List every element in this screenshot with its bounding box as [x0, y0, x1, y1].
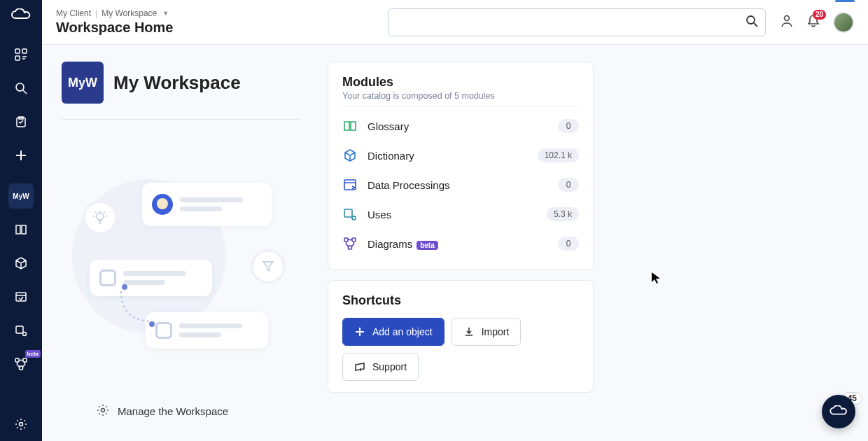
- workspace-badge: MyW: [62, 62, 104, 104]
- svg-point-13: [785, 15, 790, 20]
- nav-uses[interactable]: [8, 318, 34, 343]
- svg-rect-17: [344, 209, 352, 217]
- nav-dashboard[interactable]: [8, 42, 34, 67]
- workspace-name: My Workspace: [113, 72, 241, 94]
- svg-rect-0: [15, 49, 20, 53]
- svg-rect-6: [16, 326, 23, 333]
- uses-icon: [342, 206, 358, 222]
- shortcuts-card: Shortcuts Add an object Import Support: [328, 280, 594, 393]
- cursor-icon: [651, 272, 661, 287]
- module-count: 0: [558, 178, 579, 192]
- svg-rect-1: [15, 56, 20, 60]
- nav-dictionary[interactable]: [8, 251, 34, 276]
- module-count: 102.1 k: [538, 148, 579, 162]
- modules-title: Modules: [342, 75, 579, 90]
- support-label: Support: [372, 361, 407, 372]
- svg-point-12: [747, 16, 755, 24]
- svg-rect-8: [15, 358, 19, 362]
- chat-bubble-button[interactable]: [822, 395, 855, 428]
- import-label: Import: [482, 326, 510, 337]
- bulb-icon: [83, 200, 118, 235]
- svg-point-14: [97, 213, 104, 220]
- add-object-label: Add an object: [372, 326, 433, 337]
- support-button[interactable]: Support: [342, 353, 419, 381]
- module-row-diagrams[interactable]: Diagramsbeta 0: [342, 229, 579, 258]
- header: My Client | My Workspace ▼ Workspace Hom…: [42, 0, 868, 45]
- beta-badge: beta: [416, 241, 438, 250]
- breadcrumb-separator: |: [95, 8, 97, 18]
- nav-tasks[interactable]: [8, 109, 34, 134]
- workspace-heading: MyW My Workspace: [62, 62, 300, 120]
- avatar-active-indicator: [835, 0, 855, 2]
- nav-processings[interactable]: [8, 284, 34, 309]
- breadcrumb-client: My Client: [56, 8, 91, 18]
- diagram-icon: [342, 236, 358, 251]
- import-button[interactable]: Import: [451, 318, 522, 346]
- svg-rect-2: [22, 49, 27, 53]
- nav-add[interactable]: [8, 143, 34, 168]
- svg-rect-19: [344, 238, 348, 241]
- nav-diagrams[interactable]: beta: [8, 351, 34, 377]
- breadcrumb[interactable]: My Client | My Workspace ▼: [56, 8, 173, 18]
- search-input[interactable]: [396, 17, 746, 28]
- manage-workspace-link[interactable]: Manage the Workspace: [97, 404, 300, 419]
- module-row-processings[interactable]: Data Processings 0: [342, 170, 579, 200]
- svg-point-11: [20, 423, 23, 426]
- svg-point-3: [16, 83, 24, 91]
- modules-card: Modules Your catalog is composed of 5 mo…: [328, 62, 594, 270]
- profile-icon[interactable]: [780, 14, 794, 31]
- nav-workspace-label: MyW: [13, 192, 29, 200]
- notifications-badge: 20: [813, 10, 826, 20]
- cube-icon: [342, 148, 358, 163]
- window-icon: [342, 177, 358, 192]
- svg-point-7: [23, 332, 27, 336]
- nav-search[interactable]: [8, 76, 34, 101]
- page-title: Workspace Home: [56, 20, 173, 36]
- module-count: 0: [558, 237, 579, 251]
- svg-point-15: [102, 409, 105, 412]
- module-count: 0: [558, 119, 579, 133]
- add-object-button[interactable]: Add an object: [342, 318, 444, 346]
- breadcrumb-workspace: My Workspace: [102, 8, 157, 18]
- svg-rect-20: [352, 238, 356, 241]
- manage-workspace-label: Manage the Workspace: [118, 405, 228, 417]
- module-row-dictionary[interactable]: Dictionary 102.1 k: [342, 141, 579, 170]
- filter-icon: [251, 249, 286, 284]
- svg-rect-9: [23, 358, 27, 362]
- workspace-illustration: [62, 162, 279, 344]
- modules-subtitle: Your catalog is composed of 5 modules: [342, 91, 579, 101]
- svg-point-18: [352, 216, 356, 220]
- chevron-down-icon: ▼: [162, 10, 169, 17]
- nav-diagrams-beta-badge: beta: [25, 350, 41, 358]
- book-icon: [342, 118, 358, 134]
- nav-settings[interactable]: [8, 412, 34, 437]
- search-input-wrapper[interactable]: [388, 8, 766, 36]
- app-logo-icon[interactable]: [11, 8, 31, 25]
- sidebar: MyW beta: [0, 0, 42, 441]
- notifications-button[interactable]: 20: [806, 14, 820, 31]
- module-count: 5.3 k: [547, 207, 579, 221]
- search-icon[interactable]: [746, 15, 758, 30]
- content: MyW My Workspace: [42, 45, 868, 441]
- avatar[interactable]: [833, 12, 854, 33]
- nav-workspace[interactable]: MyW: [8, 183, 34, 209]
- module-row-uses[interactable]: Uses 5.3 k: [342, 200, 579, 229]
- shortcuts-title: Shortcuts: [342, 293, 579, 308]
- main: My Client | My Workspace ▼ Workspace Hom…: [42, 0, 868, 441]
- module-row-glossary[interactable]: Glossary 0: [342, 111, 579, 141]
- nav-glossary[interactable]: [8, 217, 34, 242]
- gear-icon: [97, 404, 109, 419]
